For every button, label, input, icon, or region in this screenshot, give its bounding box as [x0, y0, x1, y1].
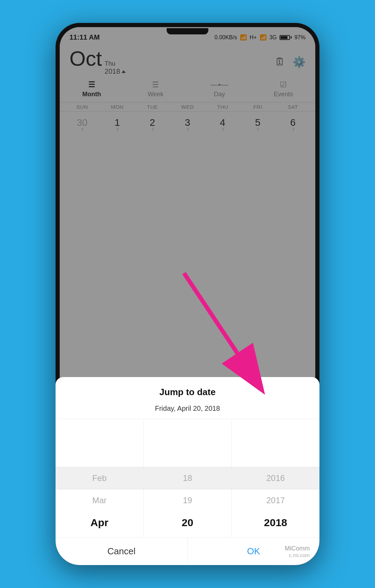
dialog-selected-date: Friday, April 20, 2018	[60, 403, 315, 419]
phone-frame: 11:11 AM 0.00KB/s 📶 H+ 📶 3G 97% Oct	[56, 23, 319, 565]
picker-day-20[interactable]: 20	[182, 512, 193, 534]
picker-month-feb[interactable]: Feb	[91, 467, 109, 489]
dialog-buttons: Cancel OK	[60, 537, 315, 561]
picker-year-2016[interactable]: 2016	[264, 467, 287, 489]
picker-month-may[interactable]: May	[91, 534, 109, 537]
picker-year-2018[interactable]: 2018	[264, 512, 287, 534]
picker-month-apr[interactable]: Apr	[91, 512, 109, 534]
picker-year-column[interactable]: 2016 2017 2018 2019 2020	[231, 419, 315, 537]
jump-to-date-dialog: Jump to date Friday, April 20, 2018 Feb …	[60, 377, 315, 561]
dialog-overlay: Jump to date Friday, April 20, 2018 Feb …	[60, 27, 315, 561]
svg-line-1	[184, 273, 260, 388]
watermark-line1: MiComm	[285, 545, 310, 552]
picker-day-18[interactable]: 18	[182, 467, 193, 489]
watermark-line2: c.mi.com	[285, 552, 310, 558]
picker-container[interactable]: Feb Mar Apr May Jun 18 19 20	[60, 419, 315, 537]
picker-month-column[interactable]: Feb Mar Apr May Jun	[60, 419, 143, 537]
picker-day-column[interactable]: 18 19 20 21 22	[143, 419, 232, 537]
dialog-title: Jump to date	[60, 377, 315, 403]
watermark: MiComm c.mi.com	[285, 545, 310, 558]
picker-year-items: 2016 2017 2018 2019 2020	[264, 419, 287, 537]
phone-screen: 11:11 AM 0.00KB/s 📶 H+ 📶 3G 97% Oct	[60, 27, 315, 561]
cancel-button[interactable]: Cancel	[60, 538, 188, 561]
picker-month-items: Feb Mar Apr May Jun	[91, 419, 109, 537]
picker-year-2019[interactable]: 2019	[264, 534, 287, 537]
picker-year-2017[interactable]: 2017	[264, 489, 287, 512]
picker-day-items: 18 19 20 21 22	[182, 419, 193, 537]
picker-month-mar[interactable]: Mar	[91, 489, 109, 512]
picker-day-21[interactable]: 21	[182, 534, 193, 537]
picker-day-19[interactable]: 19	[182, 489, 193, 512]
